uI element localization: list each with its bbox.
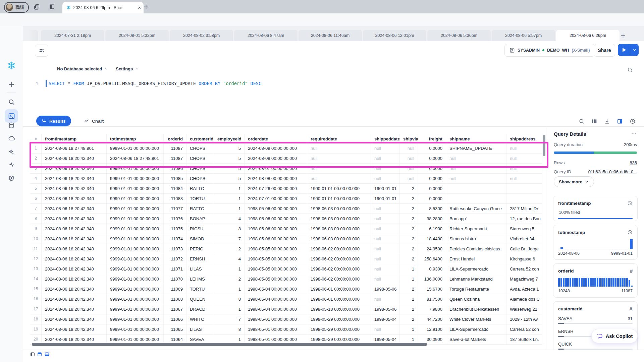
table-row[interactable]: 92024-08-06 18:20:42.3409999-01-01 00:00… [30,224,542,234]
table-row[interactable]: 122024-08-06 18:20:42.3409999-01-01 00:0… [30,254,542,264]
table-row[interactable]: 42024-08-06 18:20:42.3409999-01-01 00:00… [30,174,542,184]
columns-icon[interactable] [591,118,598,125]
sidebar-marketplace-icon[interactable] [0,132,23,144]
table-row[interactable]: 172024-08-06 18:20:42.3409999-01-01 00:0… [30,304,542,314]
layout-left-panel-icon[interactable] [30,352,35,357]
worksheet-tab[interactable]: 2024-08-06 8:47am [234,30,298,41]
column-header[interactable]: totimestamp [107,134,164,143]
table-cell: null [307,143,371,153]
horizontal-scrollbar[interactable] [32,343,427,346]
browser-profile-button[interactable]: 職場 [4,2,29,13]
warehouse-label: DEMO_WH [547,48,569,53]
table-row[interactable]: 192024-08-06 18:20:42.3409999-01-01 00:0… [30,324,542,335]
tab-chart[interactable]: Chart [84,116,104,126]
worksheet-tab[interactable]: 2024-08-06 5:36pm [427,30,491,41]
histogram-bar [612,278,614,287]
new-worksheet-icon[interactable] [618,31,628,41]
run-options-button[interactable] [630,44,639,56]
results-search-icon[interactable] [578,118,585,125]
table-cell: LILAS [186,324,214,334]
table-row[interactable]: 112024-08-06 18:20:42.3409999-01-01 00:0… [30,244,542,254]
table-row[interactable]: 102024-08-06 18:20:42.3409999-01-01 00:0… [30,234,542,244]
column-header[interactable]: orderid [164,134,186,143]
database-selector[interactable]: No Database selected [57,66,108,71]
context-selector[interactable]: SYSADMIN DEMO_WH (X-Small) [504,44,595,57]
column-header[interactable]: shipaddress [506,134,542,143]
worksheet-tab[interactable]: 2024-08-01 5:32pm [105,30,169,41]
table-cell: Kirchgasse 6 [506,254,542,264]
table-cell: 12.9100 [418,324,446,334]
run-play-button[interactable] [618,44,630,56]
table-row[interactable]: 32024-08-06 18:20:42.3409999-01-01 00:00… [30,164,542,174]
tab-results[interactable]: Results [36,116,71,126]
worksheet-tab-stub[interactable] [28,30,38,41]
layout-results-panel-icon[interactable] [45,352,49,357]
sql-editor-line[interactable]: 1 SELECT * FROM JP_DV.PUBLIC.MSSQL_ORDER… [30,80,261,87]
workspaces-icon[interactable] [31,0,42,13]
download-icon[interactable] [603,118,611,125]
sidebar-admin-icon[interactable] [0,172,23,185]
column-header[interactable]: shipvia [400,134,418,143]
worksheet-tab[interactable]: 2024-08-02 3:58pm [170,30,233,41]
column-header[interactable]: customerid [186,134,214,143]
top-value-texts: SAVEA31 [558,316,633,321]
expand-rows-icon[interactable]: » [30,134,42,143]
table-row[interactable]: 82024-08-06 18:20:42.3409999-01-01 00:00… [30,214,542,224]
table-row[interactable]: 22024-08-06 18:20:42.3402024-08-06 18:27… [30,154,542,164]
column-header[interactable]: requireddate [307,134,371,143]
worksheet-tab[interactable]: 2024-08-06 12:01pm [363,30,426,41]
rows-link[interactable]: 836 [630,160,637,165]
table-row[interactable]: 62024-08-06 18:20:42.3409999-01-01 00:00… [30,194,542,204]
column-header[interactable]: shipname [446,134,506,143]
table-cell: 1998-06-01 00:00:00.000 [307,284,371,294]
settings-dropdown[interactable]: Settings [116,66,139,71]
table-cell: 2024-08-06 18:20:42.340 [42,284,107,294]
worksheet-tab[interactable]: 2024-07-31 2:18pm [41,30,104,41]
column-header[interactable]: shippeddate [371,134,400,143]
table-cell: 2024-08-06 18:20:42.340 [42,324,107,334]
sidebar-new-icon[interactable] [0,78,23,91]
table-cell: 2 [400,234,418,244]
sidebar-activity-icon[interactable] [0,158,23,171]
history-icon[interactable] [629,118,636,125]
table-cell: 81.7500 [418,294,446,304]
panel-menu-icon[interactable] [631,131,637,137]
sidebar-search-icon[interactable] [0,96,23,108]
table-cell: 8 [214,294,245,304]
vertical-scrollbar[interactable] [543,135,545,156]
worksheet-tab[interactable]: 2024-08-06 6:26pm [556,30,620,41]
query-id-link[interactable]: 01b62a5a-0c06-dd6c-0... [588,169,637,174]
table-row[interactable]: 152024-08-06 18:20:42.3409999-01-01 00:0… [30,284,542,294]
play-icon [623,48,626,52]
table-row[interactable]: 72024-08-06 18:20:42.3409999-01-01 00:00… [30,204,542,214]
table-row[interactable]: 182024-08-06 18:20:42.3409999-01-01 00:0… [30,314,542,324]
show-more-button[interactable]: Show more [554,176,594,187]
sidebar-ai-ml-icon[interactable] [0,146,23,159]
table-row[interactable]: 162024-08-06 18:20:42.3409999-01-01 00:0… [30,294,542,304]
column-header[interactable]: employeeid [214,134,245,143]
share-button[interactable]: Share [594,44,615,57]
browser-tab[interactable]: ❄ 2024-08-06 6:26pm - Snowfla × [62,2,144,13]
table-row[interactable]: 52024-08-06 18:20:42.3409999-01-01 00:00… [30,184,542,194]
editor-search-icon[interactable] [626,66,634,74]
table-row[interactable]: 142024-08-06 18:20:42.3409999-01-01 00:0… [30,274,542,284]
sidebar-data-icon[interactable] [0,119,23,132]
histogram-bar [630,239,633,249]
layout-editor-panel-icon[interactable] [37,352,42,357]
panel-toggle-button[interactable] [35,45,48,57]
column-header[interactable]: orderdate [245,134,307,143]
split-pane-icon[interactable] [616,118,624,125]
worksheet-tab[interactable]: 2024-08-06 11:46am [299,30,362,41]
column-profile-orderid: orderid # 10248 11087 [553,263,638,298]
column-header[interactable]: fromtimestamp [42,134,107,143]
ask-copilot-button[interactable]: Ask Copilot [591,329,638,343]
table-cell: 1029 - 12th Av [506,314,542,324]
column-header[interactable]: freight [418,134,446,143]
worksheet-tab[interactable]: 2024-08-06 5:57pm [492,30,555,41]
vertical-tabs-icon[interactable] [46,0,58,13]
table-row[interactable]: 132024-08-06 18:20:42.3409999-01-01 00:0… [30,264,542,274]
snowflake-logo-icon[interactable]: ❄ [0,59,23,72]
new-browser-tab-icon[interactable] [140,0,152,13]
table-cell: 11071 [164,264,186,274]
table-row[interactable]: 12024-08-06 18:27:48.8019999-01-01 00:00… [30,143,542,154]
